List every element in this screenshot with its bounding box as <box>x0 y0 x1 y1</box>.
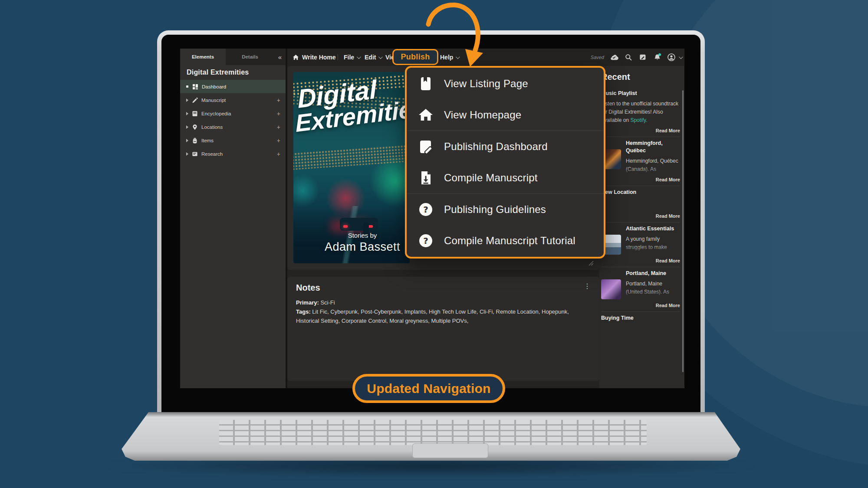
expand-caret-icon[interactable] <box>186 152 188 156</box>
menu-file[interactable]: File <box>344 49 360 66</box>
notes-tags-value: Lit Fic, Cyberpunk, Post-Cyberpunk, Impl… <box>296 308 569 324</box>
read-more-link[interactable]: Read More <box>601 128 680 133</box>
add-element-button[interactable]: + <box>277 97 280 104</box>
feedback-note-icon[interactable] <box>638 53 647 62</box>
recent-card-new-location[interactable]: New Location Read More <box>601 186 680 222</box>
menu-item-publishing-dashboard[interactable]: Publishing Dashboard <box>407 131 604 162</box>
sidebar-tabbar: Elements Details « <box>180 49 286 65</box>
chevron-down-icon <box>357 55 361 59</box>
notes-primary-value: Sci-Fi <box>320 299 335 306</box>
menu-item-label: View Homepage <box>444 109 521 121</box>
read-more-link[interactable]: Read More <box>601 213 680 219</box>
expand-caret-icon[interactable] <box>186 112 188 115</box>
sidebar-collapse-icon[interactable]: « <box>274 49 286 65</box>
card-body-text: A young family struggles to make <box>626 235 680 252</box>
badge-label: Updated Navigation <box>367 381 490 396</box>
menu-edit[interactable]: Edit <box>365 49 381 66</box>
laptop-base <box>117 412 745 461</box>
sidebar-nav: Dashboard Manuscript + Encyclopedia + <box>180 80 286 160</box>
menu-item-label: Publishing Guidelines <box>444 203 546 216</box>
add-element-button[interactable]: + <box>277 137 280 144</box>
expand-caret-icon[interactable] <box>186 98 188 102</box>
notifications-bell-icon[interactable] <box>653 53 661 62</box>
read-more-link[interactable]: Read More <box>601 303 680 308</box>
laptop-keyboard <box>219 420 647 445</box>
account-chevron-icon[interactable] <box>679 55 683 59</box>
menu-item-view-homepage[interactable]: View Homepage <box>407 99 604 131</box>
updated-navigation-badge: Updated Navigation <box>352 374 505 403</box>
menu-item-label: Compile Manuscript Tutorial <box>444 235 575 247</box>
card-body-text: Hemmingford, Québec (Canada). As <box>626 157 680 174</box>
sidebar-item-manuscript[interactable]: Manuscript + <box>180 93 286 107</box>
notes-panel: Notes ⋮ Primary: Sci-Fi Tags: Lit Fic, C… <box>287 277 599 381</box>
help-circle-icon: ? <box>418 202 434 217</box>
pencil-icon <box>192 97 198 103</box>
menu-item-view-listing-page[interactable]: View Listing Page <box>407 68 604 99</box>
elements-sidebar: Elements Details « Digital Extremities D… <box>180 49 286 388</box>
cloud-sync-icon[interactable] <box>610 53 618 62</box>
menu-edit-label: Edit <box>365 54 376 61</box>
listing-page-icon <box>418 76 434 92</box>
book-cover-image: Digital Extremities Stories by Adam Bass… <box>293 72 410 263</box>
add-element-button[interactable]: + <box>277 151 280 157</box>
help-circle-icon: ? <box>418 233 434 249</box>
read-more-link[interactable]: Read More <box>601 258 680 263</box>
homepage-icon <box>418 107 434 123</box>
menu-file-label: File <box>344 54 354 61</box>
compile-download-icon <box>418 170 434 186</box>
chevron-down-icon <box>378 55 383 59</box>
notes-body: Primary: Sci-Fi Tags: Lit Fic, Cyberpunk… <box>296 298 591 325</box>
tab-elements[interactable]: Elements <box>180 49 226 65</box>
recent-card-portland[interactable]: Portland, Maine Portland, Maine (United … <box>601 267 680 311</box>
book-icon <box>192 111 198 117</box>
card-title: Hemmingford, Québec <box>626 140 680 154</box>
recent-heading: Recent <box>601 72 680 82</box>
laptop-touchpad <box>412 443 488 458</box>
menu-item-label: View Listing Page <box>444 78 528 90</box>
kebab-menu-icon[interactable]: ⋮ <box>584 283 591 290</box>
expand-caret-icon[interactable] <box>186 139 188 142</box>
recent-card-hemmingford[interactable]: Hemmingford, Québec Hemmingford, Québec … <box>601 137 680 186</box>
sidebar-item-dashboard[interactable]: Dashboard <box>180 80 286 93</box>
cover-building-lights <box>293 144 410 170</box>
expand-caret-icon[interactable] <box>186 125 188 129</box>
sidebar-item-label: Items <box>201 138 214 143</box>
sidebar-item-research[interactable]: Research + <box>180 147 286 160</box>
read-more-link[interactable]: Read More <box>601 177 680 182</box>
write-home-label: Write Home <box>302 54 336 61</box>
recent-card-buying-time[interactable]: Buying Time <box>601 311 680 328</box>
notes-title: Notes <box>296 283 320 293</box>
dashboard-grid-icon <box>192 84 198 90</box>
tab-details[interactable]: Details <box>226 49 274 65</box>
cover-author: Adam Bassett <box>317 240 408 254</box>
save-status: Saved <box>591 55 604 60</box>
card-title: Atlantic Essentials <box>626 225 680 233</box>
search-icon[interactable] <box>624 53 633 62</box>
menu-item-publishing-guidelines[interactable]: ? Publishing Guidelines <box>407 194 604 225</box>
add-element-button[interactable]: + <box>277 124 280 131</box>
notes-primary-label: Primary: <box>296 299 319 306</box>
portland-thumbnail <box>601 279 621 299</box>
menu-item-label: Publishing Dashboard <box>444 141 548 153</box>
spotify-link[interactable]: Spotify. <box>630 117 647 123</box>
sidebar-item-locations[interactable]: Locations + <box>180 120 286 134</box>
notes-tags-label: Tags: <box>296 308 311 315</box>
marketing-background: Elements Details « Digital Extremities D… <box>0 0 868 488</box>
sidebar-item-encyclopedia[interactable]: Encyclopedia + <box>180 107 286 120</box>
write-home-button[interactable]: Write Home <box>293 49 336 66</box>
backpack-icon <box>192 138 198 144</box>
panel-resize-grip[interactable] <box>587 259 594 266</box>
sidebar-item-items[interactable]: Items + <box>180 134 286 147</box>
sidebar-item-label: Research <box>201 151 223 157</box>
recent-scrollbar[interactable] <box>682 90 684 372</box>
recent-card-music-playlist[interactable]: Music Playlist Listen to the unofficial … <box>601 87 680 137</box>
laptop-hinge <box>142 412 720 417</box>
recent-card-atlantic-essentials[interactable]: Atlantic Essentials A young family strug… <box>601 222 680 267</box>
card-title: Portland, Maine <box>626 270 680 277</box>
menu-item-compile-manuscript-tutorial[interactable]: ? Compile Manuscript Tutorial <box>407 225 604 256</box>
menu-item-compile-manuscript[interactable]: Compile Manuscript <box>407 162 604 193</box>
publishing-dashboard-icon <box>418 139 434 154</box>
add-element-button[interactable]: + <box>277 110 280 117</box>
account-avatar-icon[interactable] <box>667 53 676 62</box>
card-title: Music Playlist <box>601 90 680 97</box>
